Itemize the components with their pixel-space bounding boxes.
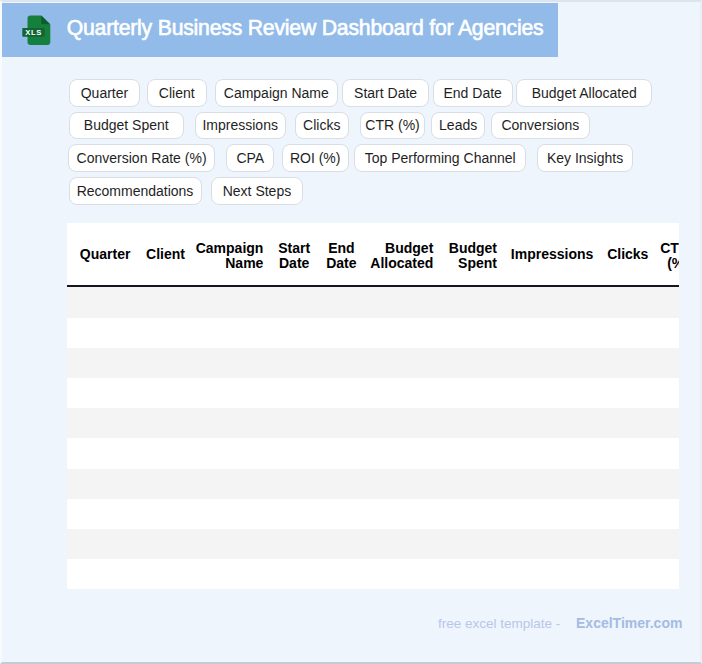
svg-text:XLS: XLS <box>25 27 42 36</box>
